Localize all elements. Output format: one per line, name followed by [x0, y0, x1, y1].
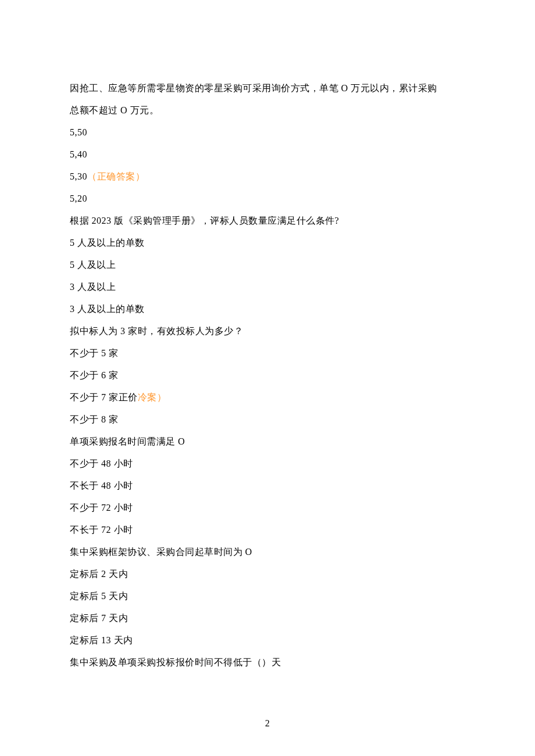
correct-answer-tail: 冷案）: [138, 392, 167, 402]
q2-option-d: 3 人及以上的单数: [70, 302, 465, 316]
correct-answer-label: （正确答案）: [87, 171, 145, 181]
q5-option-d: 定标后 13 天内: [70, 633, 465, 647]
q1-option-c-text: 5,30: [70, 171, 87, 181]
q4-option-c: 不少于 72 小时: [70, 501, 465, 515]
q3-option-c-text: 不少于 7 家正价: [70, 392, 138, 402]
q3-option-c: 不少于 7 家正价冷案）: [70, 390, 465, 404]
q4-prompt: 单项采购报名时间需满足 O: [70, 435, 465, 449]
q3-option-d: 不少于 8 家: [70, 413, 465, 427]
q2-option-b: 5 人及以上: [70, 258, 465, 272]
q3-prompt: 拟中标人为 3 家时，有效投标人为多少？: [70, 324, 465, 338]
q5-option-a: 定标后 2 天内: [70, 567, 465, 581]
document-page: 因抢工、应急等所需零星物资的零星采购可采用询价方式，单笔 O 万元以内，累计采购…: [0, 0, 535, 756]
q1-option-d: 5,20: [70, 192, 465, 206]
q3-option-a: 不少于 5 家: [70, 346, 465, 360]
page-number: 2: [0, 716, 535, 730]
q1-line1: 因抢工、应急等所需零星物资的零星采购可采用询价方式，单笔 O 万元以内，累计采购: [70, 81, 465, 95]
q4-option-b: 不长于 48 小时: [70, 479, 465, 493]
q1-option-a: 5,50: [70, 126, 465, 139]
q6-prompt: 集中采购及单项采购投标报价时间不得低于（）天: [70, 655, 465, 669]
q2-option-c: 3 人及以上: [70, 280, 465, 294]
q5-option-b: 定标后 5 天内: [70, 589, 465, 603]
q3-option-b: 不少于 6 家: [70, 368, 465, 382]
q4-option-a: 不少于 48 小时: [70, 457, 465, 471]
q5-option-c: 定标后 7 天内: [70, 611, 465, 625]
q5-prompt: 集中采购框架协议、采购合同起草时间为 O: [70, 545, 465, 559]
q1-line2: 总额不超过 O 万元。: [70, 103, 465, 117]
q2-prompt: 根据 2023 版《采购管理手册》，评标人员数量应满足什么条件?: [70, 214, 465, 228]
q2-option-a: 5 人及以上的单数: [70, 236, 465, 250]
q4-option-d: 不长于 72 小时: [70, 523, 465, 537]
q1-option-b: 5,40: [70, 148, 465, 162]
q1-option-c: 5,30（正确答案）: [70, 170, 465, 184]
